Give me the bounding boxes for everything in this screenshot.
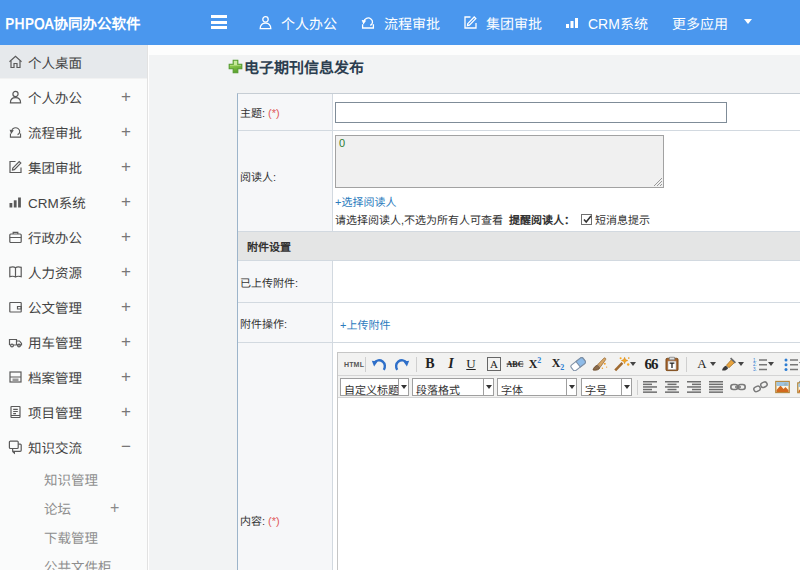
sidebar-item-doc-management[interactable]: 公文管理 + bbox=[0, 289, 147, 324]
uploaded-attachments-row: 已上传附件: bbox=[238, 261, 800, 303]
ordered-list-dropdown[interactable] bbox=[767, 362, 775, 366]
unlink-button[interactable] bbox=[751, 380, 769, 393]
highlight-color-button[interactable] bbox=[720, 357, 738, 372]
sidebar-item-hr[interactable]: 人力资源 + bbox=[0, 254, 147, 289]
align-right-button[interactable] bbox=[685, 381, 703, 393]
nav-item-workflow-approval[interactable]: 流程审批 bbox=[360, 0, 440, 45]
font-family-select[interactable]: 字体 bbox=[497, 378, 577, 396]
hamburger-menu-icon[interactable] bbox=[211, 15, 227, 30]
sidebar-subitem-forum[interactable]: 论坛 + bbox=[0, 493, 147, 522]
editor-canvas[interactable] bbox=[338, 398, 800, 570]
multi-image-button[interactable] bbox=[795, 380, 800, 393]
link-button[interactable] bbox=[729, 382, 747, 392]
readers-label: 阅读人: bbox=[240, 168, 276, 184]
combo-value: 字号 bbox=[581, 378, 621, 396]
required-mark: (*) bbox=[268, 512, 280, 528]
expand-plus-icon[interactable]: + bbox=[121, 122, 131, 142]
highlight-color-dropdown[interactable] bbox=[737, 362, 745, 366]
sidebar-item-project[interactable]: 项目管理 + bbox=[0, 394, 147, 429]
font-color-dropdown[interactable] bbox=[709, 362, 717, 366]
sidebar-subitem-label: 下载管理 bbox=[44, 527, 98, 547]
notebook-icon bbox=[8, 404, 23, 419]
expand-plus-icon[interactable]: + bbox=[121, 157, 131, 177]
strikethrough-button[interactable]: ABC bbox=[504, 360, 526, 369]
paste-plain-button[interactable] bbox=[663, 357, 681, 372]
nav-item-personal-office[interactable]: 个人办公 bbox=[258, 0, 337, 45]
combo-arrow-icon[interactable] bbox=[566, 378, 577, 396]
redo-button[interactable] bbox=[392, 357, 410, 372]
attach-op-value-cell: +上传附件 bbox=[333, 303, 800, 342]
subject-value-cell bbox=[333, 94, 800, 130]
quick-format-dropdown[interactable] bbox=[629, 362, 637, 366]
undo-button[interactable] bbox=[370, 357, 388, 372]
bold-button[interactable]: B bbox=[421, 356, 439, 372]
nav-item-crm[interactable]: CRM系统 bbox=[564, 0, 648, 45]
format-brush-button[interactable] bbox=[591, 357, 609, 372]
image-button[interactable] bbox=[773, 380, 791, 393]
sidebar-subitem-label: 知识管理 bbox=[44, 469, 98, 489]
briefcase-icon bbox=[8, 229, 23, 244]
combo-arrow-icon[interactable] bbox=[483, 378, 494, 396]
align-justify-button[interactable] bbox=[707, 381, 725, 393]
paragraph-format-select[interactable]: 段落格式 bbox=[412, 378, 494, 396]
font-size-select[interactable]: 字号 bbox=[581, 378, 632, 396]
expand-plus-icon[interactable]: + bbox=[121, 367, 131, 387]
resize-grip[interactable] bbox=[654, 178, 662, 186]
combo-arrow-icon[interactable] bbox=[621, 378, 632, 396]
sidebar-item-archive[interactable]: 档案管理 + bbox=[0, 359, 147, 394]
italic-button[interactable]: I bbox=[442, 356, 460, 372]
expand-plus-icon[interactable]: + bbox=[121, 297, 131, 317]
subject-input[interactable] bbox=[335, 102, 727, 123]
toolbar-separator bbox=[365, 357, 366, 372]
collapse-minus-icon[interactable]: − bbox=[121, 437, 131, 457]
nav-item-group-approval[interactable]: 集团审批 bbox=[463, 0, 542, 45]
heading-select[interactable]: 自定义标题 bbox=[340, 378, 409, 396]
sidebar-item-workflow-approval[interactable]: 流程审批 + bbox=[0, 114, 147, 149]
sidebar-item-group-approval[interactable]: 集团审批 + bbox=[0, 149, 147, 184]
sidebar-item-knowledge[interactable]: 知识交流 − bbox=[0, 429, 147, 464]
expand-plus-icon[interactable]: + bbox=[121, 87, 131, 107]
sidebar-subitem-public-files[interactable]: 公共文件柜 bbox=[0, 551, 147, 570]
remind-readers-label: 提醒阅读人： bbox=[509, 211, 575, 227]
remove-format-button[interactable] bbox=[569, 357, 587, 371]
sidebar-item-label: 人力资源 bbox=[28, 262, 82, 282]
underline-button[interactable]: U bbox=[462, 356, 480, 372]
align-center-button[interactable] bbox=[663, 381, 681, 393]
expand-plus-icon[interactable]: + bbox=[121, 402, 131, 422]
sidebar-item-crm[interactable]: CRM系统 + bbox=[0, 184, 147, 219]
toolbar-separator bbox=[686, 357, 687, 372]
combo-arrow-icon[interactable] bbox=[398, 378, 409, 396]
align-left-button[interactable] bbox=[641, 381, 659, 393]
sms-checkbox[interactable] bbox=[581, 214, 592, 225]
sidebar-item-personal-office[interactable]: 个人办公 + bbox=[0, 79, 147, 114]
font-style-button[interactable]: A bbox=[485, 357, 503, 371]
readers-textarea[interactable]: 0 bbox=[335, 135, 664, 188]
blockquote-button[interactable]: 66 bbox=[642, 356, 660, 373]
sidebar-item-label: 用车管理 bbox=[28, 332, 82, 352]
superscript-button[interactable]: X2 bbox=[526, 356, 544, 372]
edit-icon bbox=[463, 15, 478, 30]
chevron-down-icon[interactable] bbox=[744, 19, 752, 24]
sidebar-subitem-knowledge-mgmt[interactable]: 知识管理 bbox=[0, 464, 147, 493]
subscript-button[interactable]: X2 bbox=[549, 356, 567, 372]
sidebar-item-personal-desktop[interactable]: 个人桌面 bbox=[0, 45, 147, 79]
sidebar-item-vehicle[interactable]: 用车管理 + bbox=[0, 324, 147, 359]
html-source-button[interactable]: HTML bbox=[342, 361, 366, 368]
document-icon bbox=[8, 299, 23, 314]
hamburger-bar bbox=[211, 26, 227, 29]
sidebar-item-admin-office[interactable]: 行政办公 + bbox=[0, 219, 147, 254]
expand-plus-icon[interactable]: + bbox=[121, 192, 131, 212]
expand-plus-icon[interactable]: + bbox=[121, 332, 131, 352]
expand-plus-icon[interactable]: + bbox=[121, 227, 131, 247]
content-label-cell: 内容: (*) bbox=[238, 343, 333, 570]
nav-item-more-apps[interactable]: 更多应用 bbox=[672, 0, 728, 45]
upload-attachment-link[interactable]: +上传附件 bbox=[340, 316, 390, 332]
choose-readers-link[interactable]: +选择阅读人 bbox=[335, 193, 396, 209]
sidebar-subitem-download[interactable]: 下载管理 bbox=[0, 522, 147, 551]
workflow-icon bbox=[8, 124, 23, 139]
editor-toolbar-row1: HTML B I U A ABC X2 X2 66 A 1.2.3. bbox=[338, 353, 800, 376]
nav-label: CRM系统 bbox=[588, 13, 648, 33]
expand-plus-icon[interactable]: + bbox=[121, 262, 131, 282]
attachment-section-header: 附件设置 bbox=[238, 232, 800, 261]
expand-plus-icon[interactable]: + bbox=[110, 499, 119, 517]
